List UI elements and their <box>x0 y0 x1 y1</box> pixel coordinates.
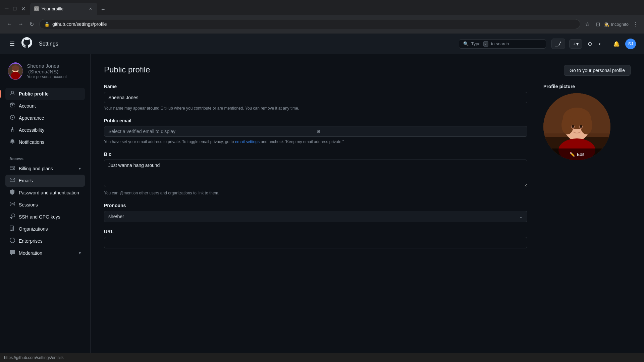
notifications-button[interactable]: 🔔 <box>612 39 621 48</box>
email-settings-link[interactable]: email settings <box>235 139 260 144</box>
sidebar-item-public-profile[interactable]: Public profile <box>5 88 85 100</box>
sidebar-item-label: Account <box>19 103 36 109</box>
sidebar-item-appearance[interactable]: Appearance <box>5 112 85 124</box>
search-text: Type <box>471 41 481 46</box>
sidebar-item-moderation[interactable]: Moderation ▾ <box>5 247 85 259</box>
url-input[interactable] <box>104 237 527 248</box>
create-button[interactable]: + ▾ <box>569 39 582 49</box>
sidebar-item-emails[interactable]: Emails <box>5 175 85 187</box>
address-bar[interactable]: 🔒 github.com/settings/profile <box>39 19 580 29</box>
nav-buttons: ← → ↻ <box>4 19 37 29</box>
new-tab-button[interactable]: + <box>99 5 108 15</box>
star-button[interactable]: ☆ <box>583 19 592 29</box>
email-hint: You have set your email address to priva… <box>104 139 527 145</box>
profile-picture-section: Profile picture <box>543 84 631 255</box>
pull-requests-button[interactable]: ⟵ <box>597 39 608 48</box>
sidebar-item-ssh-gpg[interactable]: SSH and GPG keys <box>5 211 85 223</box>
bio-textarea[interactable]: Just wanna hang around <box>104 160 527 187</box>
user-name-block: Sheena Jones (SheenaJNS) Your personal a… <box>27 63 82 79</box>
more-button[interactable]: ⋮ <box>631 19 640 29</box>
url-field-group: URL <box>104 229 527 248</box>
incognito-icon: 🕵 <box>604 22 609 27</box>
svg-point-2 <box>12 65 19 71</box>
issues-button[interactable]: ⊙ <box>586 39 593 48</box>
minimize-button[interactable]: ─ <box>3 4 10 13</box>
address-text: github.com/settings/profile <box>52 21 575 27</box>
github-header: ☰ Settings 🔍 Type / to search _/ + ▾ ⊙ ⟵… <box>0 34 644 54</box>
incognito-button[interactable]: 🕵 Incognito <box>604 22 629 27</box>
email-label: Public email <box>104 118 527 123</box>
sidebar-item-billing[interactable]: Billing and plans ▾ <box>5 163 85 175</box>
sidebar-item-enterprises[interactable]: Enterprises <box>5 235 85 247</box>
tab-close-button[interactable]: × <box>88 5 93 12</box>
header-title: Settings <box>39 41 58 47</box>
url-label: URL <box>104 229 527 234</box>
bio-label: Bio <box>104 152 527 157</box>
shield-icon <box>9 189 15 196</box>
sidebar-item-account[interactable]: Account <box>5 100 85 112</box>
forward-button[interactable]: → <box>15 19 26 29</box>
sidebar-user-avatar <box>8 62 23 80</box>
sidebar-item-accessibility[interactable]: Accessibility <box>5 124 85 136</box>
key-icon <box>9 214 15 220</box>
sidebar-item-label: Sessions <box>19 202 38 207</box>
sidebar-item-label: Appearance <box>19 115 44 121</box>
sidebar-item-label: Accessibility <box>19 127 44 133</box>
browser-toolbar: ← → ↻ 🔒 github.com/settings/profile ☆ ⊡ … <box>0 15 644 34</box>
sidebar-item-label: Password and authentication <box>19 190 79 195</box>
user-avatar-header[interactable]: SJ <box>625 39 636 49</box>
bio-field-group: Bio Just wanna hang around You can @ment… <box>104 152 527 196</box>
org-icon <box>9 226 15 232</box>
user-info: Sheena Jones (SheenaJNS) Your personal a… <box>5 62 85 80</box>
name-field-group: Name Your name may appear around GitHub … <box>104 84 527 111</box>
toolbar-actions: ☆ ⊡ 🕵 Incognito ⋮ <box>583 19 640 29</box>
svg-point-17 <box>580 125 582 128</box>
palette-icon <box>9 115 15 121</box>
sidebar-item-password[interactable]: Password and authentication <box>5 187 85 199</box>
sidebar-item-sessions[interactable]: Sessions <box>5 199 85 211</box>
tab-group: ⬡ Your profile × + <box>30 3 641 15</box>
svg-point-3 <box>11 72 20 80</box>
back-button[interactable]: ← <box>4 19 15 29</box>
sidebar-item-label: Billing and plans <box>19 166 53 171</box>
email-select[interactable]: Select a verified email to display ⊕ <box>104 126 527 137</box>
search-slash: / <box>483 41 488 47</box>
chevron-down-icon: ▾ <box>79 251 81 255</box>
content-header: Public profile Go to your personal profi… <box>104 65 631 76</box>
sidebar: Sheena Jones (SheenaJNS) Your personal a… <box>0 54 91 362</box>
accessibility-icon <box>9 127 15 133</box>
email-placeholder: Select a verified email to display <box>108 129 315 134</box>
main-layout: Sheena Jones (SheenaJNS) Your personal a… <box>0 54 644 362</box>
go-to-profile-button[interactable]: Go to your personal profile <box>564 65 631 76</box>
sidebar-item-notifications[interactable]: Notifications <box>5 136 85 148</box>
name-input[interactable] <box>104 92 527 103</box>
tab-title: Your profile <box>42 6 63 11</box>
globe-icon <box>9 238 15 244</box>
access-section-label: Access <box>5 154 85 163</box>
page-title: Public profile <box>104 65 150 74</box>
pronouns-label: Pronouns <box>104 203 527 208</box>
pronouns-field-group: Pronouns she/her <box>104 203 527 222</box>
form-area: Name Your name may appear around GitHub … <box>104 84 631 255</box>
user-account-type: Your personal account <box>27 74 82 79</box>
pronouns-select[interactable]: she/her <box>104 211 527 222</box>
reload-button[interactable]: ↻ <box>27 19 37 29</box>
edit-overlay[interactable]: ✏️ Edit <box>543 148 610 160</box>
maximize-button[interactable]: □ <box>11 4 18 13</box>
close-window-button[interactable]: ✕ <box>19 4 28 13</box>
credit-card-icon <box>9 165 15 172</box>
tab-bar: ─ □ ✕ ⬡ Your profile × + <box>0 0 644 15</box>
tab-favicon: ⬡ <box>34 6 39 11</box>
terminal-button[interactable]: _/ <box>551 39 565 49</box>
active-tab[interactable]: ⬡ Your profile × <box>30 3 97 15</box>
report-icon <box>9 250 15 256</box>
header-actions: _/ + ▾ ⊙ ⟵ 🔔 SJ <box>551 39 636 49</box>
extensions-button[interactable]: ⊡ <box>594 19 602 29</box>
sidebar-item-label: Moderation <box>19 250 42 256</box>
sidebar-item-organizations[interactable]: Organizations <box>5 223 85 235</box>
hamburger-button[interactable]: ☰ <box>8 39 16 49</box>
search-bar[interactable]: 🔍 Type / to search <box>459 39 546 49</box>
sidebar-item-label: Public profile <box>19 91 49 97</box>
form-main: Name Your name may appear around GitHub … <box>104 84 527 255</box>
edit-icon: ✏️ <box>570 152 575 157</box>
